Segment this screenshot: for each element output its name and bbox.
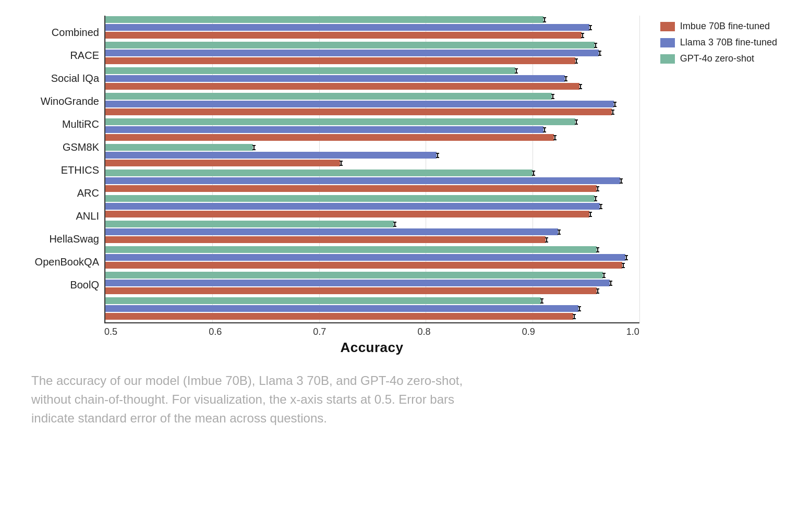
legend-label: GPT-4o zero-shot (680, 53, 754, 64)
gpt-bar-error-bar (544, 17, 545, 22)
y-label: Combined (21, 21, 99, 44)
llama-bar-error-bar (600, 204, 601, 209)
bar-group (105, 41, 639, 65)
bar-group (105, 271, 639, 295)
llama-bar (105, 50, 639, 56)
gpt-bar (105, 42, 639, 49)
legend-label: Llama 3 70B fine-tuned (680, 37, 777, 48)
imbue-bar-fill (105, 185, 597, 192)
chart-caption: The accuracy of our model (Imbue 70B), L… (21, 371, 490, 428)
bar-group (105, 67, 639, 90)
llama-bar-fill (105, 126, 543, 133)
gpt-bar-error-bar (541, 298, 542, 304)
llama-bar-fill (105, 228, 558, 235)
gpt-bar-error-bar (603, 273, 604, 278)
llama-bar-fill (105, 280, 610, 286)
gpt-bar (105, 195, 639, 202)
bar-group (105, 220, 639, 244)
bar-group (105, 92, 639, 116)
llama-bar (105, 24, 639, 31)
imbue-bar-error-bar (623, 263, 624, 268)
llama-bar-error-bar (610, 281, 611, 286)
imbue-bar-error-bar (576, 58, 577, 64)
gpt-bar-fill (105, 93, 552, 100)
imbue-bar-error-bar (612, 110, 613, 115)
llama-bar-fill (105, 254, 625, 261)
imbue-bar (105, 134, 639, 141)
imbue-bar-error-bar (546, 237, 547, 243)
x-tick: 0.5 (104, 327, 117, 337)
y-label: Social IQa (21, 67, 99, 90)
y-label: RACE (21, 44, 99, 67)
llama-bar-error-bar (621, 178, 622, 184)
imbue-bar (105, 211, 639, 217)
imbue-bar (105, 313, 639, 320)
llama-bar-fill (105, 177, 620, 184)
legend-color-box (660, 54, 675, 64)
y-label: MultiRC (21, 113, 99, 136)
gpt-bar-fill (105, 118, 575, 125)
llama-bar-error-bar (559, 229, 560, 235)
bar-group (105, 16, 639, 39)
gpt-bar-error-bar (576, 119, 577, 125)
gpt-bar-fill (105, 246, 597, 253)
x-tick: 1.0 (626, 327, 639, 337)
imbue-bar-fill (105, 108, 612, 115)
imbue-bar (105, 57, 639, 64)
x-tick: 0.6 (209, 327, 222, 337)
chart-container: CombinedRACESocial IQaWinoGrandeMultiRCG… (21, 16, 777, 356)
llama-bar (105, 203, 639, 210)
llama-bar-error-bar (544, 127, 545, 132)
gpt-bar (105, 297, 639, 304)
llama-bar (105, 126, 639, 133)
x-tick: 0.7 (313, 327, 326, 337)
imbue-bar-fill (105, 57, 575, 64)
gpt-bar (105, 67, 639, 74)
bar-group (105, 195, 639, 218)
imbue-bar-fill (105, 134, 554, 141)
y-label: BoolQ (21, 273, 99, 296)
legend-item: Llama 3 70B fine-tuned (660, 37, 777, 48)
bar-group (105, 297, 639, 320)
imbue-bar-fill (105, 211, 589, 217)
gpt-bar-fill (105, 42, 595, 49)
x-axis: 0.50.60.70.80.91.0 (104, 323, 639, 337)
legend-color-box (660, 38, 675, 47)
gpt-bar-error-bar (533, 171, 534, 176)
llama-bar-fill (105, 203, 600, 210)
llama-bar-error-bar (437, 153, 438, 158)
llama-bar-error-bar (579, 306, 580, 311)
legend-item: GPT-4o zero-shot (660, 53, 777, 64)
bar-group (105, 169, 639, 192)
gpt-bar (105, 16, 639, 23)
gpt-bar (105, 221, 639, 227)
imbue-bar-error-bar (580, 84, 581, 89)
llama-bar (105, 101, 639, 107)
y-label: GSM8K (21, 136, 99, 159)
gpt-bar-error-bar (595, 43, 596, 48)
chart-area: 0.50.60.70.80.91.0 Accuracy (104, 16, 639, 356)
llama-bar-fill (105, 305, 578, 312)
gpt-bar-fill (105, 221, 394, 227)
llama-bar-fill (105, 101, 614, 107)
imbue-bar-fill (105, 236, 546, 243)
imbue-bar-error-bar (582, 33, 583, 38)
llama-bar (105, 152, 639, 159)
llama-bar-error-bar (590, 25, 591, 30)
llama-bar (105, 280, 639, 286)
llama-bar-error-bar (599, 51, 600, 56)
gpt-bar-error-bar (253, 145, 255, 150)
imbue-bar-fill (105, 313, 573, 320)
imbue-bar (105, 262, 639, 269)
llama-bar (105, 305, 639, 312)
gpt-bar-error-bar (595, 196, 596, 201)
imbue-bar-error-bar (554, 135, 555, 140)
llama-bar-fill (105, 152, 437, 159)
imbue-bar (105, 32, 639, 39)
llama-bar-fill (105, 50, 599, 56)
y-label: ANLI (21, 204, 99, 227)
gpt-bar (105, 118, 639, 125)
gpt-bar (105, 272, 639, 279)
imbue-bar-error-bar (574, 314, 575, 319)
llama-bar (105, 75, 639, 82)
